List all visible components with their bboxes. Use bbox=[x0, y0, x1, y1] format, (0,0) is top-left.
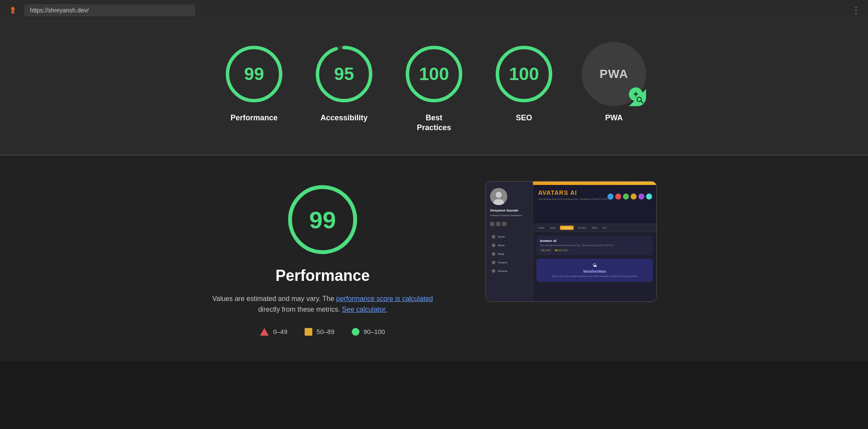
fake-main-content: AVATARS AI Your Ultimate Personal AI Com… bbox=[533, 182, 656, 301]
fake-project-card-avatars: Avatars AI Your Ultimate Personal/AI Com… bbox=[536, 235, 653, 255]
score-value-accessibility: 95 bbox=[334, 64, 354, 84]
website-screenshot: Shreyansh Saurabh Fullstack Android Deve… bbox=[486, 182, 656, 301]
fake-hero: AVATARS AI Your Ultimate Personal AI Com… bbox=[533, 185, 656, 223]
website-screenshot-panel: Shreyansh Saurabh Fullstack Android Deve… bbox=[485, 181, 657, 302]
fake-tab-bar: Online Kotlin Productive Pay Dev Skills … bbox=[533, 223, 656, 232]
description-pre-text: Values are estimated and may vary. The bbox=[213, 295, 336, 302]
score-label-pwa: PWA bbox=[605, 113, 623, 123]
score-item-seo: 100 SEO bbox=[492, 42, 556, 123]
legend-item-low: 0–49 bbox=[260, 328, 287, 336]
mid-score-icon bbox=[305, 328, 312, 336]
fake-project-description: Your Ultimate Personal/AI Companion App … bbox=[540, 244, 650, 247]
legend-item-high: 90–100 bbox=[352, 328, 385, 336]
fake-badge-users: ⭐ 2000+ users bbox=[554, 249, 569, 252]
svg-rect-2 bbox=[12, 11, 14, 12]
pwa-text: PWA bbox=[600, 67, 629, 81]
fake-project-badges: May - 2005 ⭐ 2000+ users bbox=[540, 249, 650, 252]
fake-social-icons bbox=[490, 222, 528, 226]
score-label-accessibility: Accessibility bbox=[320, 113, 368, 123]
score-circle-seo: 100 bbox=[492, 42, 556, 106]
fake-tab-pro: Pro bbox=[601, 226, 608, 230]
mid-score-range: 50–89 bbox=[317, 328, 335, 335]
score-item-accessibility: 95 Accessibility bbox=[312, 42, 376, 123]
score-label-best-practices: BestPractices bbox=[417, 113, 451, 133]
svg-line-13 bbox=[641, 101, 643, 103]
legend-item-mid: 50–89 bbox=[305, 328, 335, 336]
low-score-icon bbox=[260, 328, 269, 336]
fake-dots bbox=[608, 194, 652, 200]
see-calculator-link[interactable]: See calculator. bbox=[342, 306, 387, 313]
fake-tab-online: Online bbox=[536, 226, 546, 230]
fake-tab-skills: Skills bbox=[590, 226, 599, 230]
fake-nav-home: Home bbox=[490, 233, 528, 241]
fake-sidebar: Shreyansh Saurabh Fullstack Android Deve… bbox=[486, 182, 533, 301]
fake-badge-may: May - 2005 bbox=[540, 249, 552, 252]
score-circle-performance: 99 bbox=[222, 42, 286, 106]
big-score-value: 99 bbox=[309, 206, 336, 233]
score-label-performance: Performance bbox=[230, 113, 278, 123]
svg-point-1 bbox=[11, 7, 15, 11]
score-item-pwa: PWA + PWA bbox=[582, 42, 646, 123]
big-score-circle: 99 bbox=[284, 181, 361, 258]
score-value-best-practices: 100 bbox=[419, 64, 449, 84]
fake-weather-description: Stay on top of the weather anywhere in t… bbox=[541, 275, 649, 277]
detail-title: Performance bbox=[275, 267, 370, 285]
url-bar[interactable]: https://shreyansh.dev/ bbox=[24, 4, 195, 16]
score-label-seo: SEO bbox=[516, 113, 532, 123]
score-circle-best-practices: 100 bbox=[402, 42, 466, 106]
fake-tab-productive: Productive bbox=[560, 226, 574, 230]
pwa-circle: PWA + bbox=[582, 42, 646, 106]
fake-tab-kotlin: Kotlin bbox=[548, 226, 557, 230]
browser-menu-button[interactable]: ⋮ bbox=[852, 5, 861, 15]
fake-tab-pay-dev: Pay Dev bbox=[576, 226, 588, 230]
svg-point-17 bbox=[496, 192, 502, 198]
detail-left-panel: 99 Performance Values are estimated and … bbox=[211, 181, 434, 336]
score-item-performance: 99 Performance bbox=[222, 42, 286, 123]
fake-weather-app-name: WeatherMan bbox=[541, 269, 649, 274]
low-score-range: 0–49 bbox=[273, 328, 287, 335]
fake-nav-projects: Projects bbox=[490, 259, 528, 266]
fake-profile-name: Shreyansh Saurabh bbox=[490, 209, 528, 213]
detail-description: Values are estimated and may vary. The p… bbox=[211, 293, 434, 315]
score-circle-accessibility: 95 bbox=[312, 42, 376, 106]
fake-nav-blogs: Blogs bbox=[490, 250, 528, 258]
url-text: https://shreyansh.dev/ bbox=[30, 7, 89, 14]
score-legend: 0–49 50–89 90–100 bbox=[260, 328, 385, 336]
scores-top-section: 99 Performance 95 Accessibility 100 Best… bbox=[0, 21, 868, 155]
fake-weather-icon: 🌤 bbox=[541, 263, 649, 268]
fake-avatar bbox=[490, 188, 507, 205]
fake-orange-bar bbox=[533, 182, 656, 185]
browser-bar: https://shreyansh.dev/ ⋮ bbox=[0, 0, 868, 21]
performance-score-link[interactable]: performance score is calculated bbox=[336, 295, 433, 302]
browser-favicon bbox=[7, 4, 19, 16]
pwa-magnifier-icon bbox=[636, 96, 644, 104]
high-score-icon bbox=[352, 328, 359, 336]
menu-dots: ⋮ bbox=[852, 6, 861, 15]
score-item-best-practices: 100 BestPractices bbox=[402, 42, 466, 133]
score-value-seo: 100 bbox=[509, 64, 539, 84]
fake-profile-role: Fullstack Android Developer bbox=[490, 214, 528, 217]
score-value-performance: 99 bbox=[244, 64, 264, 84]
description-mid-text: directly from these metrics. bbox=[258, 306, 342, 313]
fake-weatherman-card: 🌤 WeatherMan Stay on top of the weather … bbox=[536, 259, 653, 282]
svg-rect-3 bbox=[11, 12, 15, 13]
fake-nav-resume: Resume bbox=[490, 267, 528, 275]
fake-nav-about: About bbox=[490, 241, 528, 249]
high-score-range: 90–100 bbox=[364, 328, 385, 335]
detail-section: 99 Performance Values are estimated and … bbox=[0, 155, 868, 361]
fake-project-name: Avatars AI bbox=[540, 239, 650, 243]
screenshot-frame: Shreyansh Saurabh Fullstack Android Deve… bbox=[485, 181, 657, 302]
